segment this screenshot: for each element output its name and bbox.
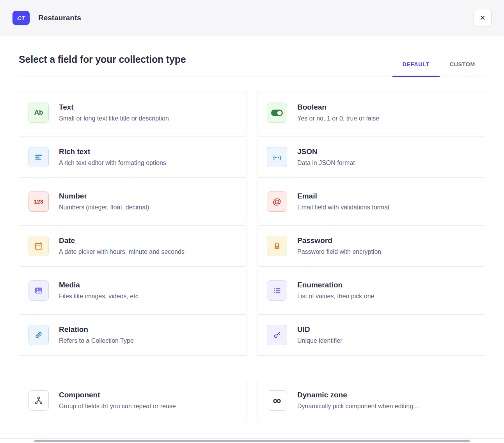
field-description: List of values, then pick one: [297, 292, 374, 300]
field-card-relation[interactable]: Relation Refers to a Collection Type: [19, 314, 247, 356]
title-row: Select a field for your collection type …: [19, 54, 485, 76]
field-card-media[interactable]: Media Files like images, videos, etc: [19, 270, 247, 311]
field-card-number[interactable]: 123 Number Numbers (integer, float, deci…: [19, 181, 247, 222]
field-description: Group of fields tht you can repeat or re…: [59, 402, 176, 410]
branch-icon: [28, 390, 49, 411]
tabs: DEFAULT CUSTOM: [392, 58, 485, 76]
field-description: Password field with encryption: [297, 248, 381, 256]
field-title: Dynamic zone: [297, 391, 418, 400]
field-meta: Rich text A rich text editor with format…: [59, 147, 166, 167]
tab-default[interactable]: DEFAULT: [392, 58, 440, 76]
field-card-uid[interactable]: UID Unique identifier: [257, 314, 485, 356]
field-card-password[interactable]: Password Password field with encryption: [257, 225, 485, 267]
field-card-enumeration[interactable]: Enumeration List of values, then pick on…: [257, 270, 485, 311]
field-card-component[interactable]: Component Group of fields tht you can re…: [19, 380, 247, 421]
json-icon-glyph: {···}: [273, 154, 281, 160]
field-title: UID: [297, 325, 343, 334]
field-title: Media: [59, 281, 138, 290]
tab-custom-label: CUSTOM: [450, 61, 475, 67]
tab-custom[interactable]: CUSTOM: [440, 58, 485, 76]
modal-header: CT Restaurants ✕: [0, 0, 504, 36]
modal-content: Select a field for your collection type …: [0, 36, 504, 421]
field-title: Number: [59, 192, 149, 201]
field-description: Refers to a Collection Type: [59, 337, 134, 345]
field-description: Unique identifier: [297, 337, 343, 345]
field-description: Files like images, videos, etc: [59, 292, 138, 300]
field-card-date[interactable]: Date A date picker with hours, minute an…: [19, 225, 247, 267]
close-icon: ✕: [479, 14, 485, 22]
field-card-rich-text[interactable]: Rich text A rich text editor with format…: [19, 136, 247, 178]
field-title: Password: [297, 236, 381, 245]
field-title: JSON: [297, 147, 355, 156]
field-description: Data in JSON format: [297, 159, 355, 167]
field-title: Relation: [59, 325, 134, 334]
scrollbar-thumb[interactable]: [34, 440, 470, 442]
field-meta: Number Numbers (integer, float, decimal): [59, 192, 149, 212]
field-description: A rich text editor with formating option…: [59, 159, 166, 167]
calendar-icon: [28, 236, 49, 256]
field-description: Dynamically pick component when editing.…: [297, 402, 418, 410]
toggle-icon: [267, 103, 287, 123]
lock-icon: [267, 236, 287, 256]
field-meta: Password Password field with encryption: [297, 236, 381, 256]
tab-default-label: DEFAULT: [403, 61, 429, 67]
field-meta: Email Email field with validations forma…: [297, 192, 390, 212]
field-title: Date: [59, 236, 185, 245]
at-icon-glyph: @: [273, 197, 281, 207]
number-icon: 123: [28, 191, 49, 212]
field-card-email[interactable]: @ Email Email field with validations for…: [257, 181, 485, 222]
field-meta: UID Unique identifier: [297, 325, 343, 345]
field-meta: Component Group of fields tht you can re…: [59, 391, 176, 411]
field-description: Small or long text like title or descrip…: [59, 115, 169, 122]
field-title: Email: [297, 192, 390, 201]
image-icon: [28, 280, 49, 301]
field-meta: Media Files like images, videos, etc: [59, 281, 138, 301]
collection-type-badge: CT: [12, 11, 30, 25]
field-description: Email field with validations format: [297, 204, 390, 211]
field-description: Yes or no, 1 or 0, true or false: [297, 115, 379, 122]
field-title: Enumeration: [297, 281, 374, 290]
text-icon: Ab: [28, 103, 49, 123]
field-meta: JSON Data in JSON format: [297, 147, 355, 167]
infinity-icon-glyph: ∞: [273, 395, 281, 406]
close-button[interactable]: ✕: [474, 9, 492, 27]
text-icon-glyph: Ab: [34, 109, 43, 117]
field-picker-modal: CT Restaurants ✕ Select a field for your…: [0, 0, 504, 443]
field-meta: Boolean Yes or no, 1 or 0, true or false: [297, 103, 379, 123]
field-card-json[interactable]: {···} JSON Data in JSON format: [257, 136, 485, 178]
horizontal-scrollbar: [0, 438, 504, 443]
list-icon: [267, 280, 287, 301]
field-description: A date picker with hours, minute and sec…: [59, 248, 185, 256]
field-card-dynamic-zone[interactable]: ∞ Dynamic zone Dynamically pick componen…: [257, 380, 485, 421]
field-title: Component: [59, 391, 176, 400]
field-card-boolean[interactable]: Boolean Yes or no, 1 or 0, true or false: [257, 92, 485, 133]
toggle-icon-shape: [271, 110, 283, 116]
at-icon: @: [267, 191, 287, 212]
page-title: Select a field for your collection type: [19, 54, 186, 76]
field-meta: Relation Refers to a Collection Type: [59, 325, 134, 345]
infinity-icon: ∞: [267, 390, 287, 411]
link-icon: [28, 325, 49, 345]
field-card-text[interactable]: Ab Text Small or long text like title or…: [19, 92, 247, 133]
field-meta: Text Small or long text like title or de…: [59, 103, 169, 123]
field-title: Rich text: [59, 147, 166, 156]
json-icon: {···}: [267, 147, 287, 167]
field-description: Numbers (integer, float, decimal): [59, 204, 149, 211]
field-meta: Date A date picker with hours, minute an…: [59, 236, 185, 256]
field-meta: Dynamic zone Dynamically pick component …: [297, 391, 418, 411]
field-meta: Enumeration List of values, then pick on…: [297, 281, 374, 301]
field-title: Text: [59, 103, 169, 112]
advanced-field-cards-grid: Component Group of fields tht you can re…: [19, 380, 485, 421]
field-title: Boolean: [297, 103, 379, 112]
field-cards-grid: Ab Text Small or long text like title or…: [19, 92, 485, 356]
rich-text-icon: [28, 147, 49, 167]
key-icon: [267, 325, 287, 345]
number-icon-glyph: 123: [34, 198, 43, 205]
collection-title: Restaurants: [38, 14, 81, 22]
